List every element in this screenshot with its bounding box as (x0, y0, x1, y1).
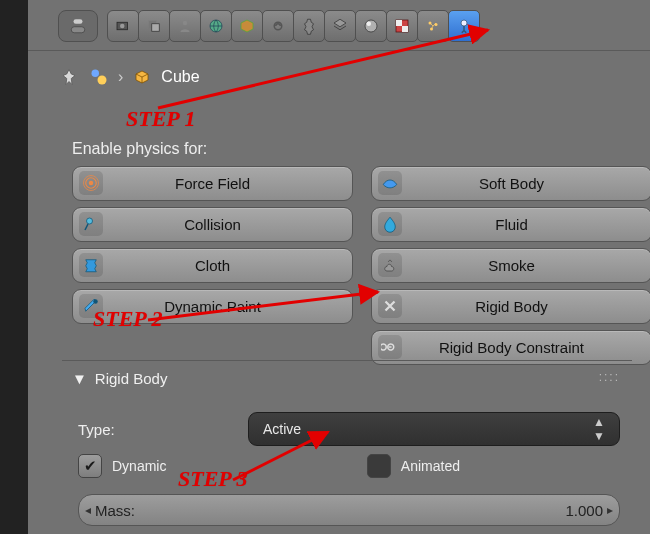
physics-buttons-grid: Force FieldSoft BodyCollisionFluidClothS… (72, 166, 650, 365)
svg-point-23 (93, 299, 98, 304)
animated-label: Animated (401, 458, 460, 474)
tab-physics[interactable] (448, 10, 480, 42)
button-label: Soft Body (479, 175, 544, 192)
tab-data[interactable] (324, 10, 356, 42)
svg-rect-12 (402, 26, 408, 32)
button-label: Smoke (488, 257, 535, 274)
annotation-step1: STEP 1 (126, 108, 195, 130)
svg-rect-1 (71, 27, 85, 33)
chevron-right-icon: ▸ (606, 495, 614, 525)
button-label: Rigid Body Constraint (439, 339, 584, 356)
button-label: Rigid Body (475, 298, 548, 315)
properties-panel: › Cube Enable physics for: Force FieldSo… (28, 0, 650, 534)
smoke-button[interactable]: Smoke (371, 248, 650, 283)
scene-node-icon[interactable] (88, 66, 110, 88)
force-field-button[interactable]: Force Field (72, 166, 353, 201)
rigid-body-constraint-icon (378, 335, 402, 359)
breadcrumb: › Cube (58, 66, 200, 88)
fluid-icon (378, 212, 402, 236)
soft-body-icon (378, 171, 402, 195)
svg-point-17 (92, 70, 100, 78)
properties-header (28, 0, 650, 51)
tab-material[interactable] (355, 10, 387, 42)
enable-physics-label: Enable physics for: (72, 140, 207, 158)
collision-button[interactable]: Collision (72, 207, 353, 242)
svg-point-6 (183, 21, 188, 26)
button-label: Dynamic Paint (164, 298, 261, 315)
dynamic-paint-icon (79, 294, 103, 318)
force-field-icon (79, 171, 103, 195)
tab-modifiers[interactable] (293, 10, 325, 42)
tab-scene[interactable] (169, 10, 201, 42)
tab-texture[interactable] (386, 10, 418, 42)
rigid-body-button[interactable]: Rigid Body (371, 289, 650, 324)
tab-render[interactable] (107, 10, 139, 42)
cloth-icon (79, 253, 103, 277)
pin-icon[interactable] (58, 66, 80, 88)
svg-point-16 (461, 20, 467, 26)
svg-rect-11 (396, 20, 402, 26)
dynamic-checkbox[interactable]: ✔ (78, 454, 102, 478)
breadcrumb-object-label: Cube (161, 68, 199, 86)
dynamic-paint-button[interactable]: Dynamic Paint (72, 289, 353, 324)
type-dropdown[interactable]: Active ▲▼ (248, 412, 620, 446)
rigid-body-icon (378, 294, 402, 318)
mesh-cube-icon[interactable] (131, 66, 153, 88)
breadcrumb-sep: › (118, 68, 123, 86)
animated-checkbox[interactable] (367, 454, 391, 478)
tab-constraints[interactable] (262, 10, 294, 42)
panel-grip-icon[interactable]: :::: (599, 370, 620, 384)
svg-rect-0 (74, 19, 83, 24)
button-label: Collision (184, 216, 241, 233)
divider (62, 360, 632, 361)
chevron-up-down-icon: ▲▼ (593, 415, 605, 443)
rigid-body-panel-header[interactable]: ▼ Rigid Body (72, 370, 167, 387)
chevron-left-icon: ◂ (84, 495, 92, 525)
disclosure-triangle-icon: ▼ (72, 370, 87, 387)
tab-particles[interactable] (417, 10, 449, 42)
tab-world[interactable] (200, 10, 232, 42)
tab-object[interactable] (231, 10, 263, 42)
mass-value: 1.000 (565, 502, 603, 519)
dynamic-label: Dynamic (112, 458, 166, 474)
mass-label: Mass: (95, 502, 135, 519)
svg-rect-5 (152, 24, 160, 32)
collision-icon (79, 212, 103, 236)
svg-point-19 (89, 181, 94, 186)
svg-point-22 (87, 218, 93, 224)
fluid-button[interactable]: Fluid (371, 207, 650, 242)
soft-body-button[interactable]: Soft Body (371, 166, 650, 201)
tab-render-layers[interactable] (138, 10, 170, 42)
svg-point-8 (365, 20, 377, 32)
svg-point-18 (98, 76, 107, 85)
rigid-body-title: Rigid Body (95, 370, 168, 387)
type-label: Type: (78, 421, 248, 438)
button-label: Fluid (495, 216, 528, 233)
button-label: Force Field (175, 175, 250, 192)
editor-type-selector[interactable] (58, 10, 98, 42)
svg-point-3 (120, 24, 125, 29)
type-value: Active (263, 421, 301, 437)
cloth-button[interactable]: Cloth (72, 248, 353, 283)
smoke-icon (378, 253, 402, 277)
svg-point-9 (367, 22, 372, 27)
mass-slider[interactable]: ◂ Mass: 1.000 ▸ (78, 494, 620, 526)
button-label: Cloth (195, 257, 230, 274)
